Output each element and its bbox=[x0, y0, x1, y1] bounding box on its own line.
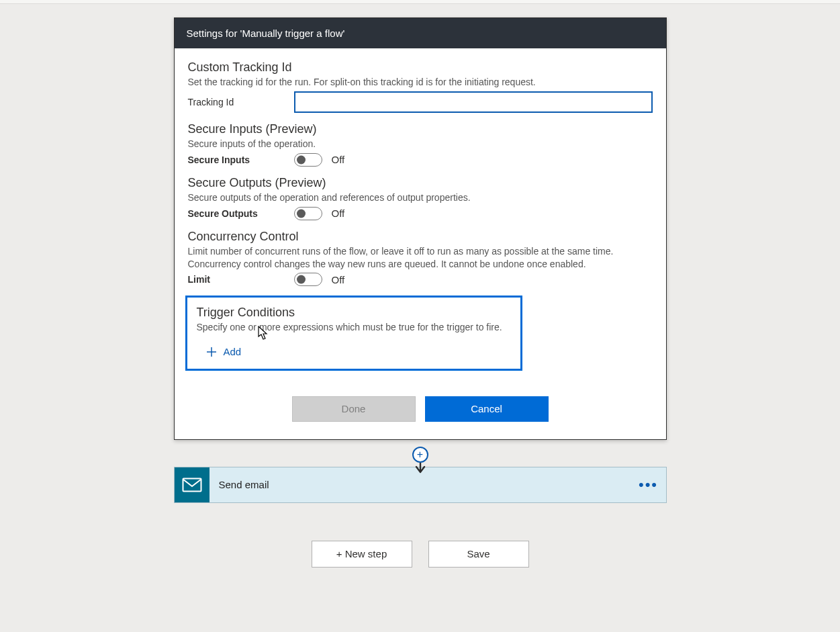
concurrency-limit-toggle[interactable] bbox=[294, 273, 322, 286]
section-title: Secure Inputs (Preview) bbox=[188, 122, 653, 136]
section-secure-outputs: Secure Outputs (Preview) Secure outputs … bbox=[188, 176, 653, 220]
section-secure-inputs: Secure Inputs (Preview) Secure inputs of… bbox=[188, 122, 653, 167]
plus-icon bbox=[206, 347, 217, 357]
step-menu-button[interactable]: ••• bbox=[631, 467, 666, 502]
secure-outputs-toggle[interactable] bbox=[294, 207, 322, 220]
tracking-id-input[interactable] bbox=[294, 91, 653, 113]
insert-step-button[interactable]: + bbox=[412, 447, 428, 463]
secure-inputs-label: Secure Inputs bbox=[188, 154, 294, 165]
new-step-button[interactable]: + New step bbox=[312, 541, 412, 568]
section-trigger-conditions: Trigger Conditions Specify one or more e… bbox=[185, 296, 522, 370]
secure-outputs-state: Off bbox=[332, 208, 345, 219]
concurrency-limit-state: Off bbox=[332, 274, 345, 285]
secure-inputs-state: Off bbox=[332, 154, 345, 165]
dialog-title: Settings for 'Manually trigger a flow' bbox=[175, 18, 666, 48]
section-desc: Set the tracking id for the run. For spl… bbox=[188, 76, 653, 89]
done-button: Done bbox=[292, 396, 416, 422]
section-title: Custom Tracking Id bbox=[188, 60, 653, 75]
settings-dialog: Settings for 'Manually trigger a flow' C… bbox=[174, 17, 667, 440]
secure-outputs-label: Secure Outputs bbox=[188, 208, 294, 219]
section-desc: Limit number of concurrent runs of the f… bbox=[188, 245, 653, 271]
flow-connector: + bbox=[174, 440, 667, 471]
plus-icon: + bbox=[417, 449, 423, 460]
section-title: Concurrency Control bbox=[188, 230, 653, 244]
section-custom-tracking-id: Custom Tracking Id Set the tracking id f… bbox=[188, 60, 653, 113]
section-concurrency-control: Concurrency Control Limit number of conc… bbox=[188, 230, 653, 287]
section-desc: Secure inputs of the operation. bbox=[188, 138, 653, 150]
add-condition-button[interactable]: Add bbox=[197, 346, 242, 357]
arrow-down-icon bbox=[414, 463, 427, 476]
section-desc: Secure outputs of the operation and refe… bbox=[188, 191, 653, 204]
dialog-body: Custom Tracking Id Set the tracking id f… bbox=[175, 48, 666, 439]
concurrency-limit-label: Limit bbox=[188, 274, 294, 285]
section-desc: Specify one or more expressions which mu… bbox=[197, 321, 511, 334]
cancel-button[interactable]: Cancel bbox=[425, 396, 549, 422]
bottom-buttons: + New step Save bbox=[0, 541, 840, 568]
top-edge bbox=[0, 0, 840, 4]
ellipsis-icon: ••• bbox=[639, 476, 658, 494]
svg-rect-0 bbox=[183, 478, 201, 491]
mail-icon bbox=[175, 467, 209, 502]
add-condition-label: Add bbox=[224, 346, 242, 357]
section-title: Secure Outputs (Preview) bbox=[188, 176, 653, 190]
section-title: Trigger Conditions bbox=[197, 306, 511, 320]
save-button[interactable]: Save bbox=[428, 541, 529, 568]
dialog-buttons: Done Cancel bbox=[188, 371, 653, 437]
secure-inputs-toggle[interactable] bbox=[294, 153, 322, 167]
tracking-id-label: Tracking Id bbox=[188, 97, 294, 107]
